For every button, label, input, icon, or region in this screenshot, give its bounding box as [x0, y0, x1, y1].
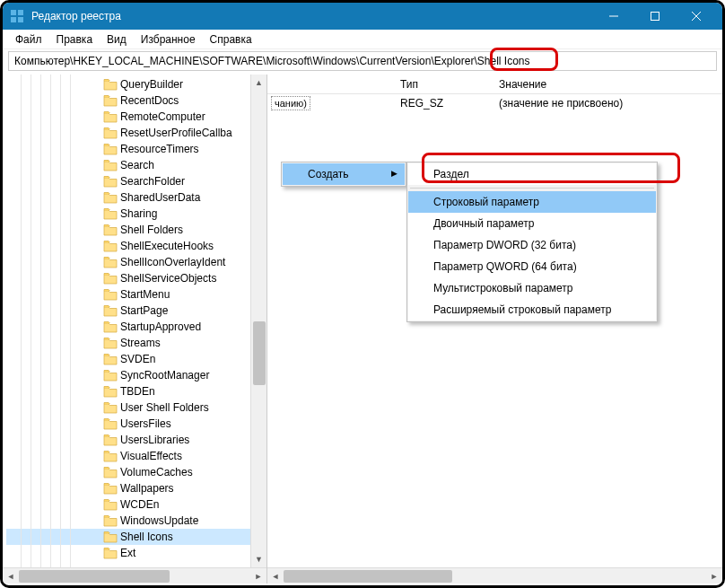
tree-hscrollbar[interactable]: ◄ ► [3, 567, 266, 584]
scroll-left-icon[interactable]: ◄ [267, 568, 284, 584]
address-path: Компьютер\HKEY_LOCAL_MACHINE\SOFTWARE\Mi… [14, 55, 530, 67]
default-label: чанию) [271, 96, 310, 110]
ctx-create[interactable]: Создать ▶ [283, 163, 405, 185]
tree-item-label: Sharing [120, 207, 157, 220]
minimize-button[interactable] [593, 3, 634, 30]
tree-item-label: WCDEn [120, 498, 159, 511]
tree-item-label: Shell Folders [120, 224, 183, 236]
col-value[interactable]: Значение [499, 78, 546, 91]
tree-item-label: WindowsUpdate [120, 514, 198, 527]
tree-item-label: RecentDocs [120, 94, 179, 107]
tree-item-label: RemoteComputer [120, 110, 205, 123]
scroll-left-icon[interactable]: ◄ [3, 568, 19, 584]
tree-item-label: User Shell Folders [120, 401, 209, 414]
tree-pane[interactable]: QueryBuilderRecentDocsRemoteComputerRese… [3, 75, 267, 584]
svg-rect-1 [18, 10, 23, 15]
list-header[interactable]: Тип Значение [267, 75, 722, 94]
menu-view[interactable]: Вид [100, 31, 134, 48]
submenu-item[interactable]: Параметр DWORD (32 бита) [408, 234, 656, 256]
tree-item-label: Shell Icons [120, 531, 173, 543]
col-type[interactable]: Тип [400, 78, 418, 91]
tree-item-label: ResetUserProfileCallba [120, 127, 232, 139]
default-value-row[interactable]: чанию) REG_SZ (значение не присвоено) [267, 94, 722, 112]
scroll-down-icon[interactable]: ▼ [251, 551, 266, 567]
tree-item-label: ShellServiceObjects [120, 272, 216, 285]
row-value: (значение не присвоено) [499, 97, 623, 110]
app-icon [10, 9, 24, 23]
tree-item-label: Search [120, 159, 154, 171]
submenu-arrow-icon: ▶ [391, 169, 397, 178]
submenu-item[interactable]: Мультистроковый параметр [408, 277, 656, 299]
submenu-item[interactable]: Строковый параметр [408, 191, 656, 213]
tree-item-label: ShellIconOverlayIdent [120, 256, 225, 268]
tree-item-label: StartupApproved [120, 320, 201, 333]
tree-item-label: Wallpapers [120, 482, 174, 495]
tree-item-label: UsersLibraries [120, 434, 189, 446]
tree-item-label: ShellExecuteHooks [120, 240, 214, 252]
scroll-right-icon[interactable]: ► [706, 568, 722, 584]
context-menu[interactable]: Создать ▶ [281, 162, 406, 187]
tree-item-label: StartPage [120, 304, 168, 317]
close-button[interactable] [676, 3, 717, 30]
row-type: REG_SZ [400, 97, 443, 110]
menu-edit[interactable]: Правка [49, 31, 100, 48]
scroll-right-icon[interactable]: ► [250, 568, 266, 584]
svg-rect-5 [651, 13, 659, 21]
title-bar: Редактор реестра [3, 3, 722, 30]
tree-item-label: VolumeCaches [120, 466, 193, 478]
submenu-item[interactable]: Расширяемый строковый параметр [408, 299, 656, 320]
tree-item-label: SyncRootManager [120, 369, 209, 382]
tree-item-label: QueryBuilder [120, 78, 183, 91]
svg-rect-3 [18, 17, 23, 22]
menu-help[interactable]: Справка [203, 31, 259, 48]
tree-item-label: StartMenu [120, 288, 170, 301]
submenu-item[interactable]: Параметр QWORD (64 бита) [408, 256, 656, 277]
tree-item-label: SVDEn [120, 353, 155, 365]
tree-vscrollbar[interactable]: ▲ ▼ [250, 75, 266, 567]
svg-rect-2 [11, 17, 16, 22]
maximize-button[interactable] [634, 3, 676, 30]
tree-item-label: ResourceTimers [120, 143, 199, 155]
tree-item-label: UsersFiles [120, 417, 171, 430]
submenu-item[interactable]: Раздел [408, 163, 656, 185]
tree-item-label: SharedUserData [120, 191, 200, 204]
tree-item-label: Streams [120, 337, 161, 349]
values-pane: Тип Значение чанию) REG_SZ (значение не … [267, 75, 722, 584]
tree-item-label: SearchFolder [120, 175, 185, 188]
tree-item-label: Ext [120, 547, 135, 559]
list-hscrollbar[interactable]: ◄ ► [267, 567, 722, 584]
tree-item-label: TBDEn [120, 385, 155, 398]
context-submenu[interactable]: РазделСтроковый параметрДвоичный парамет… [406, 162, 658, 322]
menu-bar: Файл Правка Вид Избранное Справка [3, 30, 722, 49]
address-bar[interactable]: Компьютер\HKEY_LOCAL_MACHINE\SOFTWARE\Mi… [8, 51, 717, 71]
menu-favorites[interactable]: Избранное [134, 31, 203, 48]
scroll-up-icon[interactable]: ▲ [251, 75, 266, 91]
submenu-item[interactable]: Двоичный параметр [408, 213, 656, 234]
menu-file[interactable]: Файл [8, 31, 49, 48]
window-title: Редактор реестра [31, 10, 593, 22]
svg-rect-0 [11, 10, 16, 15]
tree-item-label: VisualEffects [120, 450, 182, 462]
